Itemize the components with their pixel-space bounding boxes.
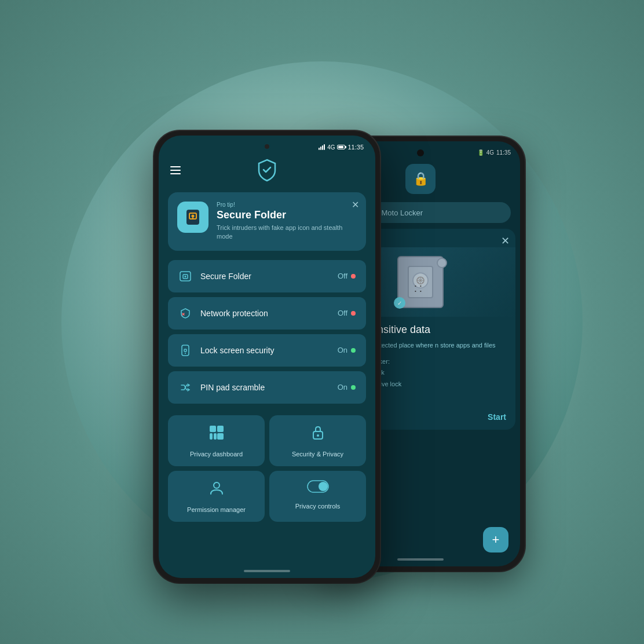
line-1 [170, 166, 181, 167]
svg-rect-17 [210, 426, 216, 432]
lock-screen-status-text: On [338, 346, 347, 354]
check-badge: ✓ [394, 297, 405, 309]
bar-3 [322, 145, 323, 150]
secure-folder-status-text: Off [338, 272, 347, 280]
svg-rect-15 [184, 349, 186, 352]
menu-item-pin-scramble[interactable]: PIN pad scramble On [168, 371, 366, 404]
privacy-dashboard-tile-label: Privacy dashboard [190, 450, 243, 458]
svg-rect-20 [214, 433, 217, 440]
pin-scramble-icon [178, 380, 192, 394]
toggle-icon [307, 480, 329, 496]
security-privacy-tile-label: Security & Privacy [292, 450, 343, 458]
vault-door: • • • • [408, 266, 433, 298]
promo-title: Secure Folder [217, 209, 357, 221]
vault-keypad: • • • • [415, 283, 426, 294]
svg-point-26 [319, 482, 328, 491]
modal-close-button[interactable]: ✕ [501, 235, 510, 247]
front-camera-2 [417, 149, 424, 156]
time-2: 11:35 [496, 149, 511, 156]
pin-scramble-status-text: On [338, 383, 347, 391]
svg-rect-18 [217, 426, 224, 432]
network-protection-icon [178, 306, 192, 320]
svg-rect-8 [192, 217, 193, 219]
promo-tip-label: Pro tip! [217, 202, 357, 208]
svg-point-16 [185, 353, 186, 354]
network-protection-status-dot [351, 311, 356, 316]
network-protection-status: Off [338, 309, 356, 317]
pin-scramble-status: On [338, 383, 356, 391]
user-person-icon [208, 480, 225, 496]
phone-lock-icon [180, 345, 191, 356]
battery-icon-1 [337, 145, 345, 149]
moto-locker-icon: 🔒 [405, 164, 436, 194]
fab-add-button[interactable]: + [483, 527, 508, 552]
lock-screen-status: On [338, 346, 356, 354]
phone-1-screen: 4G 11:35 [159, 136, 375, 578]
secure-folder-status-dot [351, 274, 356, 279]
secure-folder-icon [178, 269, 192, 283]
svg-point-23 [317, 434, 319, 437]
front-camera-1 [263, 142, 271, 151]
vault-graphic: • • • • ✓ [391, 253, 449, 311]
security-privacy-icon [310, 425, 326, 444]
bottom-nav-indicator-2 [397, 558, 444, 561]
bar-4 [324, 144, 325, 150]
shuffle-icon [180, 382, 191, 393]
secure-folder-promo-icon [184, 208, 202, 226]
permission-manager-tile[interactable]: Permission manager [168, 471, 265, 522]
toggle-switch-icon [307, 480, 329, 493]
bottom-nav-indicator-1 [244, 570, 290, 572]
promo-description: Trick intruders with fake app icon and s… [217, 224, 357, 241]
promo-content: Pro tip! Secure Folder Trick intruders w… [217, 202, 357, 241]
bar-1 [319, 148, 320, 150]
menu-item-secure-folder[interactable]: Secure Folder Off [168, 260, 366, 292]
app-header-1 [159, 153, 375, 192]
pin-scramble-label: PIN pad scramble [200, 383, 330, 392]
hamburger-menu-icon[interactable] [170, 166, 181, 174]
svg-rect-14 [182, 345, 189, 356]
network-protection-status-text: Off [338, 309, 347, 317]
padlock-icon [310, 425, 326, 441]
svg-rect-21 [217, 433, 224, 440]
network-protection-label: Network protection [200, 309, 330, 318]
signal-label-2: 4G [486, 149, 494, 156]
time-1: 11:35 [347, 144, 364, 151]
status-right-1: 4G 11:35 [319, 144, 364, 151]
promo-card: Pro tip! Secure Folder Trick intruders w… [168, 192, 366, 251]
privacy-controls-tile-label: Privacy controls [295, 502, 341, 510]
promo-icon-box [177, 202, 208, 233]
line-2 [170, 170, 181, 171]
phone-1: 4G 11:35 [154, 131, 380, 583]
security-privacy-tile[interactable]: Security & Privacy [269, 415, 366, 466]
privacy-dashboard-tile[interactable]: Privacy dashboard [168, 415, 265, 466]
promo-close-button[interactable]: ✕ [352, 199, 359, 210]
secure-folder-label: Secure Folder [200, 272, 330, 281]
pin-scramble-status-dot [351, 385, 356, 390]
lock-screen-icon [178, 343, 192, 357]
start-button[interactable]: Start [488, 412, 506, 422]
signal-icon-2: 4G [486, 149, 494, 156]
privacy-controls-tile[interactable]: Privacy controls [269, 471, 366, 522]
grid-tiles-icon [208, 425, 225, 441]
battery-fill [338, 146, 343, 148]
menu-item-lock-screen[interactable]: Lock screen security On [168, 334, 366, 367]
svg-point-11 [185, 276, 186, 277]
permission-manager-tile-label: Permission manager [187, 506, 246, 514]
menu-items-list: Secure Folder Off Network prote [159, 260, 375, 407]
signal-bars-icon [319, 144, 325, 150]
scene-background: 🔋 4G 11:35 🔒 🔍 apps in Moto Locker ✕ o l… [61, 61, 583, 583]
network-shield-icon [180, 308, 191, 319]
secure-folder-status: Off [338, 272, 356, 280]
network-type-label: 4G [327, 144, 335, 151]
person-icon [208, 480, 225, 500]
svg-point-24 [214, 482, 219, 488]
secure-folder-list-icon [180, 270, 191, 282]
svg-point-7 [192, 215, 195, 218]
svg-rect-19 [210, 433, 213, 440]
bar-2 [320, 147, 321, 150]
lock-screen-label: Lock screen security [200, 346, 330, 355]
battery-icon-2: 🔋 [477, 149, 484, 156]
privacy-dashboard-icon [208, 425, 225, 444]
bottom-shortcut-grid: Privacy dashboard Security & Privacy [168, 415, 366, 522]
menu-item-network-protection[interactable]: Network protection Off [168, 297, 366, 330]
